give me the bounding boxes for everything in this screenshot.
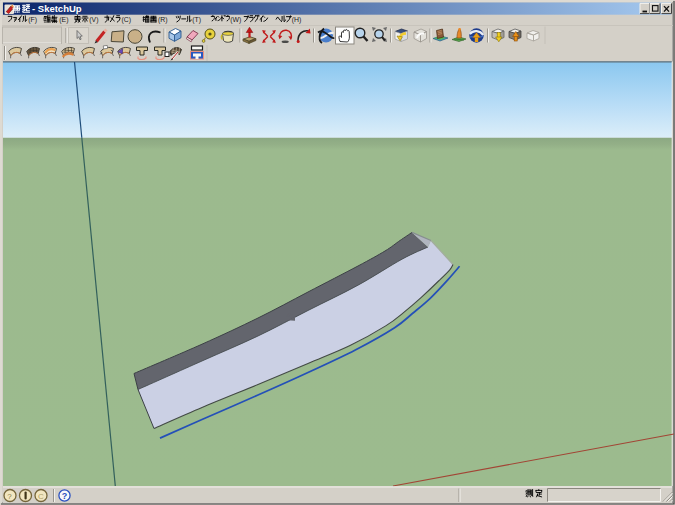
- svg-text:(H): (H): [292, 16, 302, 24]
- svg-text:?: ?: [62, 491, 68, 501]
- svg-text:(W): (W): [230, 16, 241, 24]
- svg-text:(C): (C): [122, 16, 132, 24]
- svg-text:- SketchUp: - SketchUp: [32, 3, 82, 14]
- svg-text:?: ?: [7, 492, 12, 501]
- svg-text:(E): (E): [59, 16, 68, 24]
- svg-text:(F): (F): [28, 16, 37, 24]
- svg-text:(R): (R): [158, 16, 168, 24]
- svg-text:C: C: [38, 492, 44, 501]
- svg-text:(V): (V): [89, 16, 98, 24]
- svg-text:(T): (T): [192, 16, 201, 24]
